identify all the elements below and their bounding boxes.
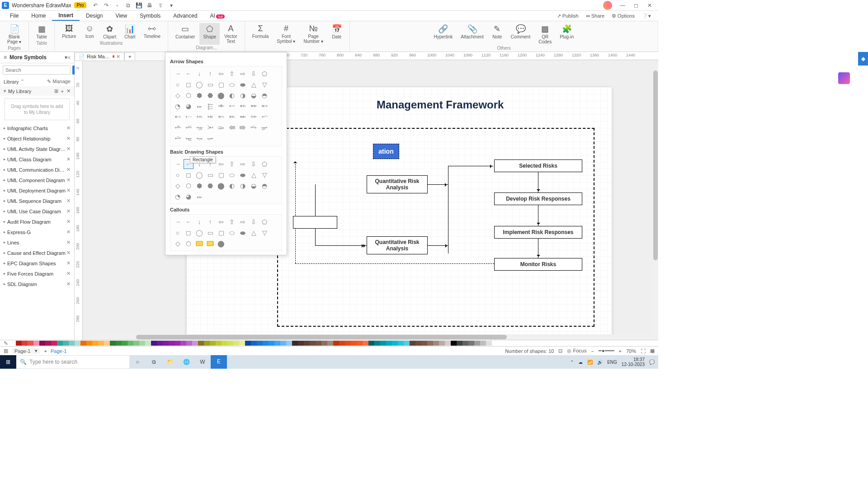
shape-option[interactable]: ○ bbox=[173, 228, 182, 237]
color-swatch[interactable] bbox=[133, 341, 139, 346]
library-item[interactable]: ▸Object Relationship✕ bbox=[0, 133, 74, 144]
remove-library-icon[interactable]: ✕ bbox=[66, 125, 71, 131]
cortana-icon[interactable]: ○ bbox=[129, 355, 146, 369]
color-swatch[interactable] bbox=[327, 341, 333, 346]
shape-option[interactable]: ⭅ bbox=[227, 123, 236, 132]
color-swatch[interactable] bbox=[374, 341, 380, 346]
color-swatch[interactable] bbox=[163, 341, 169, 346]
shape-option[interactable]: ▭ bbox=[206, 80, 215, 89]
fit-page-icon[interactable]: ⊡ bbox=[558, 348, 562, 354]
color-swatch[interactable] bbox=[98, 341, 104, 346]
color-swatch[interactable] bbox=[386, 341, 392, 346]
timeline-button[interactable]: ⧟Timeline bbox=[140, 23, 164, 40]
shape-option[interactable]: ⬴ bbox=[238, 102, 247, 111]
color-swatch[interactable] bbox=[145, 341, 151, 346]
remove-library-icon[interactable]: ✕ bbox=[66, 188, 71, 193]
horizontal-scrollbar[interactable] bbox=[91, 334, 658, 340]
shape-option[interactable]: ◯ bbox=[195, 80, 204, 89]
shape-option[interactable] bbox=[195, 239, 204, 248]
color-swatch[interactable] bbox=[75, 341, 80, 346]
manage-button[interactable]: ✎ Manage bbox=[47, 79, 71, 84]
remove-library-icon[interactable]: ✕ bbox=[66, 229, 71, 235]
color-swatch[interactable] bbox=[63, 341, 69, 346]
remove-library-icon[interactable]: ✕ bbox=[66, 167, 71, 173]
shape-option[interactable]: ◑ bbox=[238, 91, 247, 100]
shape-option[interactable]: ◐ bbox=[227, 181, 236, 190]
help-icon[interactable]: ❔▾ bbox=[638, 13, 655, 19]
library-item[interactable]: ▸UML Communication Diagr...✕ bbox=[0, 164, 74, 175]
color-swatch[interactable] bbox=[316, 341, 321, 346]
shape-option[interactable]: ⭀ bbox=[173, 123, 182, 132]
notifications-icon[interactable]: 💬 bbox=[649, 360, 655, 365]
shape-option[interactable]: ⭆ bbox=[238, 123, 247, 132]
shape-option[interactable]: ▢ bbox=[217, 170, 226, 179]
shape-option[interactable]: → bbox=[173, 69, 182, 78]
date-button[interactable]: 📅Date bbox=[328, 23, 346, 45]
shape-option[interactable]: ⬣ bbox=[206, 181, 215, 190]
menu-view[interactable]: View bbox=[109, 11, 133, 20]
color-swatch[interactable] bbox=[263, 341, 269, 346]
shape-option[interactable]: ↑ bbox=[206, 69, 215, 78]
shape-option[interactable]: ⬣ bbox=[206, 91, 215, 100]
add-page-button[interactable]: + bbox=[44, 348, 47, 354]
mylib-add-icon[interactable]: ⊞ bbox=[54, 88, 58, 94]
blank-page-button[interactable]: 📄BlankPage ▾ bbox=[4, 23, 25, 45]
selected-risks-box[interactable]: Selected Risks bbox=[494, 160, 582, 172]
new-tab-button[interactable]: + bbox=[124, 52, 135, 60]
color-swatch[interactable] bbox=[451, 341, 457, 346]
shape-option[interactable]: ▽ bbox=[260, 228, 269, 237]
color-swatch[interactable] bbox=[239, 341, 245, 346]
library-item[interactable]: ▸EPC Diagram Shapes✕ bbox=[0, 258, 74, 268]
shape-option[interactable]: ⭁ bbox=[184, 123, 193, 132]
color-swatch[interactable] bbox=[404, 341, 410, 346]
color-swatch[interactable] bbox=[421, 341, 427, 346]
shape-option[interactable]: ⭋ bbox=[195, 134, 204, 143]
open-icon[interactable]: ⧉ bbox=[124, 2, 132, 9]
shape-option[interactable]: ▽ bbox=[260, 170, 269, 179]
color-swatch[interactable] bbox=[110, 341, 116, 346]
shape-option[interactable]: ◓ bbox=[260, 91, 269, 100]
color-swatch[interactable] bbox=[10, 341, 16, 346]
color-swatch[interactable] bbox=[216, 341, 222, 346]
color-swatch[interactable] bbox=[80, 341, 86, 346]
shape-option[interactable]: ◇ bbox=[173, 181, 182, 190]
shape-option[interactable]: △ bbox=[249, 80, 258, 89]
focus-button[interactable]: ◎ Focus bbox=[567, 348, 586, 354]
color-swatch[interactable] bbox=[180, 341, 186, 346]
color-swatch[interactable] bbox=[22, 341, 28, 346]
shape-option[interactable]: ○ bbox=[173, 170, 182, 179]
shape-option[interactable]: ⭄ bbox=[217, 123, 226, 132]
remove-library-icon[interactable]: ✕ bbox=[66, 156, 71, 162]
shape-option[interactable]: ⇧ bbox=[227, 217, 236, 226]
hamburger-icon[interactable]: ≡ bbox=[4, 54, 7, 61]
shape-option[interactable]: ⇨ bbox=[238, 69, 247, 78]
picture-button[interactable]: 🖼Picture bbox=[58, 23, 80, 40]
shape-option[interactable]: ◇ bbox=[173, 91, 182, 100]
shape-option[interactable]: ▭ bbox=[206, 170, 215, 179]
shape-option[interactable]: ⬠ bbox=[260, 217, 269, 226]
wifi-icon[interactable]: 📶 bbox=[587, 360, 593, 365]
shape-option[interactable]: ⬤ bbox=[217, 181, 226, 190]
shape-option[interactable]: ⬲ bbox=[217, 102, 226, 111]
shape-option[interactable]: ⬶ bbox=[260, 102, 269, 111]
hyperlink-button[interactable]: 🔗Hyperlink bbox=[430, 23, 457, 45]
shape-option[interactable]: ← bbox=[184, 217, 193, 226]
color-swatch[interactable] bbox=[280, 341, 286, 346]
color-swatch[interactable] bbox=[127, 341, 133, 346]
color-swatch[interactable] bbox=[57, 341, 63, 346]
library-item[interactable]: ▸Infographic Charts✕ bbox=[0, 123, 74, 133]
color-swatch[interactable] bbox=[368, 341, 374, 346]
library-item[interactable]: ▸Lines✕ bbox=[0, 237, 74, 248]
table-button[interactable]: ▦Table bbox=[33, 23, 51, 40]
shape-option[interactable]: ▢ bbox=[217, 228, 226, 237]
redo-icon[interactable]: ↷ bbox=[103, 2, 110, 9]
color-swatch[interactable] bbox=[227, 341, 233, 346]
color-swatch[interactable] bbox=[310, 341, 316, 346]
shape-option[interactable]: ⇦ bbox=[217, 160, 226, 169]
shape-option[interactable]: → bbox=[173, 160, 182, 169]
shape-option[interactable]: ▭ bbox=[206, 228, 215, 237]
page-layout-icon[interactable]: ▥ bbox=[4, 348, 8, 354]
color-swatch[interactable] bbox=[392, 341, 398, 346]
windows-search[interactable]: 🔍 Type here to search bbox=[16, 356, 129, 368]
color-swatch[interactable] bbox=[33, 341, 39, 346]
